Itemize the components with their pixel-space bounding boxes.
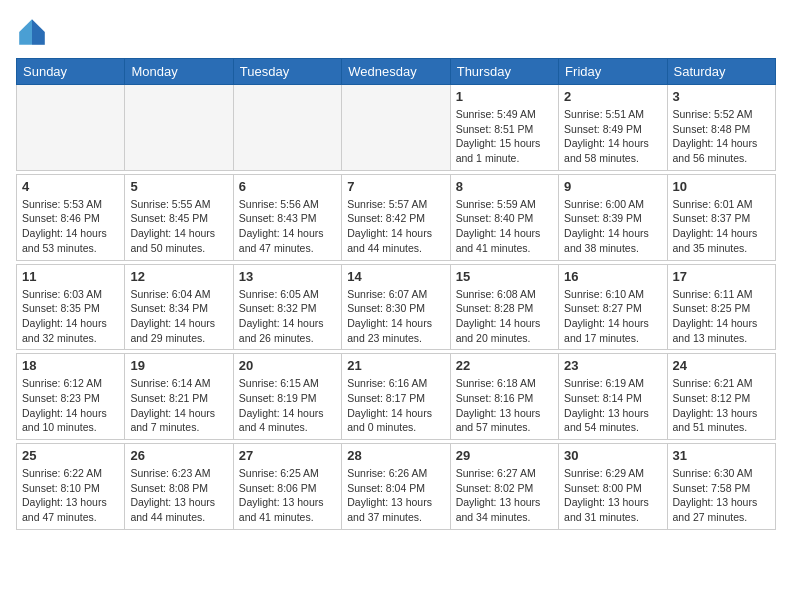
day-number: 10 — [673, 179, 770, 194]
calendar-cell — [17, 85, 125, 171]
svg-marker-2 — [19, 19, 32, 45]
calendar-cell: 12Sunrise: 6:04 AM Sunset: 8:34 PM Dayli… — [125, 264, 233, 350]
day-info: Sunrise: 5:53 AM Sunset: 8:46 PM Dayligh… — [22, 197, 119, 256]
day-number: 24 — [673, 358, 770, 373]
calendar-cell — [233, 85, 341, 171]
day-number: 4 — [22, 179, 119, 194]
calendar-cell: 27Sunrise: 6:25 AM Sunset: 8:06 PM Dayli… — [233, 444, 341, 530]
calendar-table: SundayMondayTuesdayWednesdayThursdayFrid… — [16, 58, 776, 530]
calendar-week-1: 1Sunrise: 5:49 AM Sunset: 8:51 PM Daylig… — [17, 85, 776, 171]
day-info: Sunrise: 6:16 AM Sunset: 8:17 PM Dayligh… — [347, 376, 444, 435]
day-number: 8 — [456, 179, 553, 194]
calendar-cell: 19Sunrise: 6:14 AM Sunset: 8:21 PM Dayli… — [125, 354, 233, 440]
logo — [16, 16, 52, 48]
calendar-week-4: 18Sunrise: 6:12 AM Sunset: 8:23 PM Dayli… — [17, 354, 776, 440]
calendar-cell: 8Sunrise: 5:59 AM Sunset: 8:40 PM Daylig… — [450, 174, 558, 260]
calendar-cell: 11Sunrise: 6:03 AM Sunset: 8:35 PM Dayli… — [17, 264, 125, 350]
day-number: 26 — [130, 448, 227, 463]
day-number: 15 — [456, 269, 553, 284]
calendar-cell: 24Sunrise: 6:21 AM Sunset: 8:12 PM Dayli… — [667, 354, 775, 440]
day-info: Sunrise: 5:51 AM Sunset: 8:49 PM Dayligh… — [564, 107, 661, 166]
calendar-cell: 18Sunrise: 6:12 AM Sunset: 8:23 PM Dayli… — [17, 354, 125, 440]
svg-marker-0 — [32, 19, 45, 32]
day-number: 27 — [239, 448, 336, 463]
page-header — [16, 16, 776, 48]
calendar-cell: 9Sunrise: 6:00 AM Sunset: 8:39 PM Daylig… — [559, 174, 667, 260]
day-number: 17 — [673, 269, 770, 284]
day-info: Sunrise: 6:12 AM Sunset: 8:23 PM Dayligh… — [22, 376, 119, 435]
day-info: Sunrise: 5:55 AM Sunset: 8:45 PM Dayligh… — [130, 197, 227, 256]
weekday-header-thursday: Thursday — [450, 59, 558, 85]
calendar-week-3: 11Sunrise: 6:03 AM Sunset: 8:35 PM Dayli… — [17, 264, 776, 350]
calendar-week-2: 4Sunrise: 5:53 AM Sunset: 8:46 PM Daylig… — [17, 174, 776, 260]
day-info: Sunrise: 5:56 AM Sunset: 8:43 PM Dayligh… — [239, 197, 336, 256]
day-info: Sunrise: 6:15 AM Sunset: 8:19 PM Dayligh… — [239, 376, 336, 435]
calendar-cell: 25Sunrise: 6:22 AM Sunset: 8:10 PM Dayli… — [17, 444, 125, 530]
day-info: Sunrise: 6:10 AM Sunset: 8:27 PM Dayligh… — [564, 287, 661, 346]
day-number: 11 — [22, 269, 119, 284]
day-info: Sunrise: 5:59 AM Sunset: 8:40 PM Dayligh… — [456, 197, 553, 256]
day-number: 23 — [564, 358, 661, 373]
day-number: 9 — [564, 179, 661, 194]
day-info: Sunrise: 6:26 AM Sunset: 8:04 PM Dayligh… — [347, 466, 444, 525]
day-info: Sunrise: 6:25 AM Sunset: 8:06 PM Dayligh… — [239, 466, 336, 525]
day-number: 22 — [456, 358, 553, 373]
weekday-header-row: SundayMondayTuesdayWednesdayThursdayFrid… — [17, 59, 776, 85]
day-number: 5 — [130, 179, 227, 194]
day-number: 28 — [347, 448, 444, 463]
weekday-header-monday: Monday — [125, 59, 233, 85]
day-info: Sunrise: 6:29 AM Sunset: 8:00 PM Dayligh… — [564, 466, 661, 525]
calendar-cell: 1Sunrise: 5:49 AM Sunset: 8:51 PM Daylig… — [450, 85, 558, 171]
calendar-cell: 26Sunrise: 6:23 AM Sunset: 8:08 PM Dayli… — [125, 444, 233, 530]
calendar-cell: 21Sunrise: 6:16 AM Sunset: 8:17 PM Dayli… — [342, 354, 450, 440]
day-info: Sunrise: 6:00 AM Sunset: 8:39 PM Dayligh… — [564, 197, 661, 256]
day-info: Sunrise: 6:08 AM Sunset: 8:28 PM Dayligh… — [456, 287, 553, 346]
calendar-cell — [342, 85, 450, 171]
day-info: Sunrise: 5:52 AM Sunset: 8:48 PM Dayligh… — [673, 107, 770, 166]
calendar-body: 1Sunrise: 5:49 AM Sunset: 8:51 PM Daylig… — [17, 85, 776, 530]
day-info: Sunrise: 6:21 AM Sunset: 8:12 PM Dayligh… — [673, 376, 770, 435]
svg-marker-1 — [32, 32, 45, 45]
day-info: Sunrise: 6:30 AM Sunset: 7:58 PM Dayligh… — [673, 466, 770, 525]
day-info: Sunrise: 6:22 AM Sunset: 8:10 PM Dayligh… — [22, 466, 119, 525]
day-number: 6 — [239, 179, 336, 194]
day-info: Sunrise: 6:18 AM Sunset: 8:16 PM Dayligh… — [456, 376, 553, 435]
calendar-cell: 14Sunrise: 6:07 AM Sunset: 8:30 PM Dayli… — [342, 264, 450, 350]
calendar-week-5: 25Sunrise: 6:22 AM Sunset: 8:10 PM Dayli… — [17, 444, 776, 530]
calendar-cell: 20Sunrise: 6:15 AM Sunset: 8:19 PM Dayli… — [233, 354, 341, 440]
day-info: Sunrise: 5:57 AM Sunset: 8:42 PM Dayligh… — [347, 197, 444, 256]
day-number: 2 — [564, 89, 661, 104]
logo-icon — [16, 16, 48, 48]
day-number: 20 — [239, 358, 336, 373]
calendar-cell: 13Sunrise: 6:05 AM Sunset: 8:32 PM Dayli… — [233, 264, 341, 350]
day-info: Sunrise: 6:03 AM Sunset: 8:35 PM Dayligh… — [22, 287, 119, 346]
calendar-cell: 3Sunrise: 5:52 AM Sunset: 8:48 PM Daylig… — [667, 85, 775, 171]
calendar-cell: 17Sunrise: 6:11 AM Sunset: 8:25 PM Dayli… — [667, 264, 775, 350]
day-number: 21 — [347, 358, 444, 373]
day-number: 14 — [347, 269, 444, 284]
calendar-cell: 6Sunrise: 5:56 AM Sunset: 8:43 PM Daylig… — [233, 174, 341, 260]
calendar-cell: 22Sunrise: 6:18 AM Sunset: 8:16 PM Dayli… — [450, 354, 558, 440]
day-number: 1 — [456, 89, 553, 104]
calendar-cell: 29Sunrise: 6:27 AM Sunset: 8:02 PM Dayli… — [450, 444, 558, 530]
weekday-header-friday: Friday — [559, 59, 667, 85]
day-number: 7 — [347, 179, 444, 194]
day-number: 12 — [130, 269, 227, 284]
day-number: 30 — [564, 448, 661, 463]
calendar-cell: 23Sunrise: 6:19 AM Sunset: 8:14 PM Dayli… — [559, 354, 667, 440]
calendar-cell: 2Sunrise: 5:51 AM Sunset: 8:49 PM Daylig… — [559, 85, 667, 171]
day-number: 3 — [673, 89, 770, 104]
calendar-cell — [125, 85, 233, 171]
calendar-cell: 5Sunrise: 5:55 AM Sunset: 8:45 PM Daylig… — [125, 174, 233, 260]
calendar-cell: 15Sunrise: 6:08 AM Sunset: 8:28 PM Dayli… — [450, 264, 558, 350]
calendar-cell: 7Sunrise: 5:57 AM Sunset: 8:42 PM Daylig… — [342, 174, 450, 260]
day-number: 31 — [673, 448, 770, 463]
weekday-header-saturday: Saturday — [667, 59, 775, 85]
day-info: Sunrise: 6:07 AM Sunset: 8:30 PM Dayligh… — [347, 287, 444, 346]
day-info: Sunrise: 6:01 AM Sunset: 8:37 PM Dayligh… — [673, 197, 770, 256]
day-info: Sunrise: 6:27 AM Sunset: 8:02 PM Dayligh… — [456, 466, 553, 525]
day-number: 19 — [130, 358, 227, 373]
day-number: 29 — [456, 448, 553, 463]
day-info: Sunrise: 5:49 AM Sunset: 8:51 PM Dayligh… — [456, 107, 553, 166]
day-info: Sunrise: 6:23 AM Sunset: 8:08 PM Dayligh… — [130, 466, 227, 525]
